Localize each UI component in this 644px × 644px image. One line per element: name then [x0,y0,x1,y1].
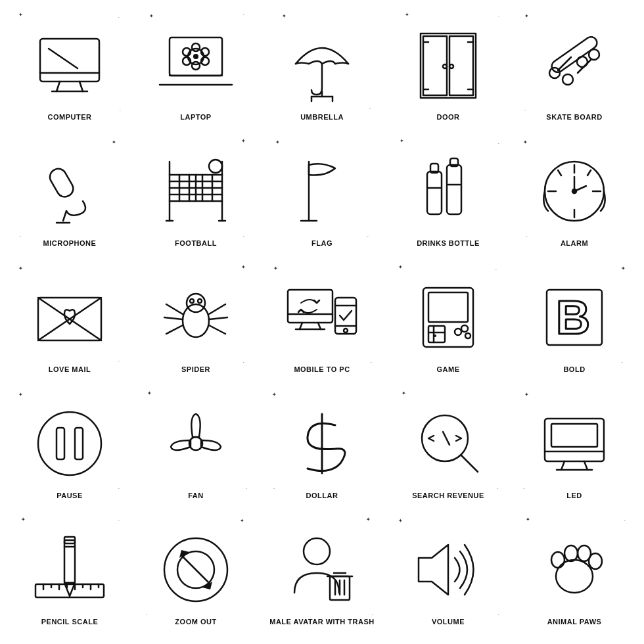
alarm-icon [532,149,617,234]
spider-icon [153,275,239,360]
svg-line-114 [443,432,449,445]
svg-line-89 [300,323,302,329]
svg-line-136 [183,557,209,583]
svg-point-35 [563,74,573,85]
laptop-label: LAPTOP [180,113,211,121]
search-revenue-icon [405,401,491,486]
icon-grid: ✦ · · COMPUTER ✦ · [0,0,644,644]
svg-point-37 [589,49,599,60]
svg-line-117 [561,461,564,470]
dollar-icon [279,401,365,486]
bold-label: BOLD [563,365,585,373]
love-mail-label: LOVE MAIL [49,365,91,373]
svg-line-85 [209,317,227,319]
icon-cell-computer: ✦ · · COMPUTER [7,7,133,133]
svg-rect-38 [47,166,76,199]
drinks-bottle-label: DRINKS BOTTLE [417,239,480,247]
svg-line-3 [80,81,83,91]
svg-point-78 [187,294,205,312]
mobile-to-pc-icon [279,275,365,360]
icon-cell-pencil-scale: ✦ · [7,511,133,637]
svg-line-81 [166,304,183,314]
svg-line-73 [587,170,591,175]
icon-cell-laptop: ✦ · LAPTOP [133,7,259,133]
computer-icon [27,22,112,108]
svg-point-11 [192,62,200,70]
svg-point-10 [192,43,200,51]
svg-rect-0 [40,39,99,81]
svg-point-149 [564,545,578,561]
svg-point-139 [304,538,330,564]
mobile-to-pc-label: MOBILE TO PC [294,365,350,373]
microphone-icon [27,149,112,234]
svg-rect-108 [57,428,64,459]
football-label: FOOTBALL [175,239,217,247]
flag-icon [279,149,365,234]
icon-cell-mobile-to-pc: ✦ · MO [259,259,385,385]
svg-point-25 [443,64,447,68]
football-icon [153,149,239,234]
umbrella-icon [279,22,365,108]
svg-line-72 [558,170,561,175]
svg-rect-87 [288,290,333,323]
flag-label: FLAG [311,239,333,247]
svg-point-77 [183,304,209,337]
skateboard-icon [532,22,617,108]
svg-text:B: B [556,291,590,344]
led-label: LED [566,492,582,499]
svg-rect-22 [421,34,476,98]
pencil-scale-icon [27,527,112,612]
svg-point-102 [461,325,468,332]
zoom-out-icon [153,527,239,612]
svg-point-80 [198,299,202,303]
icon-cell-game: ✦ · GAME [385,259,511,385]
game-icon [405,275,491,360]
icon-cell-umbrella: ✦ · UMBRELLA [259,7,385,133]
pause-icon [27,401,112,486]
icon-cell-dollar: ✦ · DOLLAR [259,385,385,511]
svg-point-36 [577,57,587,67]
fan-icon [153,401,239,486]
animal-paws-icon [532,527,617,612]
umbrella-label: UMBRELLA [300,113,344,121]
icon-cell-pause: ✦ · PAUSE [7,385,133,511]
icon-cell-volume: ✦ · VOLUME [385,511,511,637]
svg-line-2 [57,81,60,91]
male-avatar-trash-label: MALE AVATAR WITH TRASH [269,618,374,626]
laptop-icon [153,22,239,108]
drinks-bottle-icon [405,149,491,234]
svg-rect-120 [551,424,597,447]
icon-cell-microphone: ✦ · MICROPHONE [7,133,133,259]
svg-point-103 [465,333,471,338]
svg-point-16 [193,54,198,59]
door-icon [405,22,491,108]
pause-label: PAUSE [57,492,83,499]
icon-cell-search-revenue: ✦ · SEARCH REVENUE [385,385,511,511]
animal-paws-label: ANIMAL PAWS [547,618,602,626]
svg-point-151 [589,553,602,569]
svg-point-95 [344,329,348,333]
microphone-label: MICROPHONE [43,239,97,247]
svg-line-118 [584,461,587,470]
icon-cell-bold: ✦ · B BOLD [511,259,637,385]
svg-line-5 [49,49,78,68]
icon-cell-drinks-bottle: ✦ · DRINKS BOTTLE [385,133,511,259]
icon-cell-skateboard: ✦ · SKATE BOARD [511,7,637,133]
search-revenue-label: SEARCH REVENUE [412,492,484,499]
skateboard-label: SKATE BOARD [546,113,602,121]
svg-point-148 [551,552,564,568]
svg-line-83 [166,325,183,334]
svg-line-82 [164,317,183,319]
svg-point-101 [455,329,461,335]
dollar-label: DOLLAR [306,492,338,499]
svg-line-84 [209,304,225,314]
svg-rect-98 [428,326,445,342]
led-icon [532,401,617,486]
door-label: DOOR [437,113,460,121]
svg-rect-58 [427,172,442,214]
icon-cell-love-mail: ✦ · LOVE MAIL [7,259,133,385]
alarm-label: ALARM [561,239,588,247]
svg-rect-109 [75,428,83,459]
svg-line-86 [209,325,225,334]
icon-cell-led: ✦ · LED [511,385,637,511]
